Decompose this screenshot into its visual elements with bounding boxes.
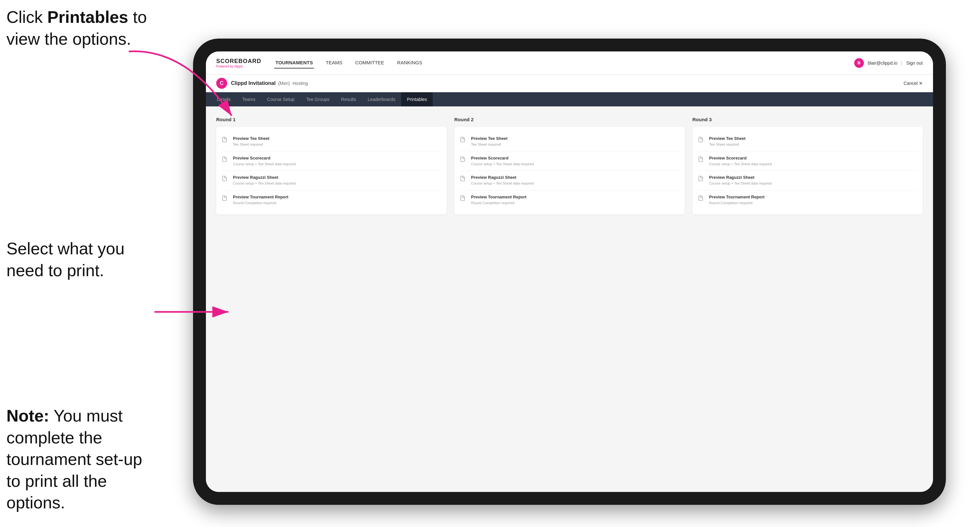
document-icon [221, 156, 229, 163]
document-icon [221, 175, 229, 183]
round-3-card: Preview Tee Sheet Tee Sheet required Pre… [692, 127, 923, 214]
app-nav-right: B blair@clippd.io | Sign out [854, 58, 923, 68]
round-2-card: Preview Tee Sheet Tee Sheet required Pre… [454, 127, 685, 214]
document-icon [697, 195, 705, 203]
tab-course-setup[interactable]: Course Setup [261, 92, 301, 106]
annotation-middle: Select what youneed to print. [6, 238, 124, 281]
round-2-label: Round 2 [454, 117, 685, 122]
r1-tee-sheet[interactable]: Preview Tee Sheet Tee Sheet required [221, 132, 441, 151]
r2-raguzzi-subtitle: Course setup + Tee Sheet data required [471, 181, 534, 186]
document-icon [697, 156, 705, 163]
r2-raguzzi[interactable]: Preview Raguzzi Sheet Course setup + Tee… [460, 171, 679, 190]
arrow-middle [148, 296, 238, 328]
document-icon [460, 175, 467, 183]
tab-results[interactable]: Results [335, 92, 362, 106]
cancel-button[interactable]: Cancel ✕ [904, 81, 923, 86]
tab-leaderboards[interactable]: Leaderboards [362, 92, 401, 106]
document-icon [460, 156, 467, 163]
annotation-printables-bold: Printables [47, 8, 128, 26]
document-icon [221, 137, 229, 144]
round-3-label: Round 3 [692, 117, 923, 122]
document-icon [697, 175, 705, 183]
r2-scorecard-subtitle: Course setup + Tee Sheet data required [471, 162, 534, 167]
r1-report-title: Preview Tournament Report [233, 194, 288, 200]
r1-report-subtitle: Round Completion required [233, 201, 288, 205]
document-icon [460, 195, 467, 203]
tournament-bracket: (Men) [278, 81, 290, 86]
tablet-screen: SCOREBOARD Powered by clippd TOURNAMENTS… [206, 51, 933, 492]
document-icon [460, 137, 467, 144]
r2-report-title: Preview Tournament Report [471, 194, 527, 200]
r1-raguzzi-title: Preview Raguzzi Sheet [233, 175, 296, 180]
round-1-label: Round 1 [216, 117, 447, 122]
r3-report-title: Preview Tournament Report [709, 194, 764, 200]
nav-link-teams[interactable]: TEAMS [324, 57, 344, 68]
r1-tournament-report[interactable]: Preview Tournament Report Round Completi… [221, 190, 441, 210]
tab-bar: Details Teams Course Setup Tee Groups Re… [206, 92, 933, 106]
r3-tee-sheet-title: Preview Tee Sheet [709, 136, 745, 141]
r2-tee-sheet-title: Preview Tee Sheet [471, 136, 508, 141]
document-icon [697, 137, 705, 144]
round-1-section: Round 1 Preview Tee Sheet Tee Sheet requ… [216, 117, 447, 214]
sign-out-link[interactable]: Sign out [906, 60, 923, 66]
r3-tee-sheet[interactable]: Preview Tee Sheet Tee Sheet required [697, 132, 918, 151]
annotation-top-text: Click Printables toview the options. [6, 8, 147, 48]
r2-tee-sheet[interactable]: Preview Tee Sheet Tee Sheet required [460, 132, 679, 151]
annotation-top: Click Printables toview the options. [6, 6, 147, 50]
r2-scorecard[interactable]: Preview Scorecard Course setup + Tee She… [460, 151, 679, 171]
nav-link-tournaments[interactable]: TOURNAMENTS [274, 57, 314, 68]
arrow-top [110, 45, 245, 135]
user-email: blair@clippd.io [868, 60, 897, 66]
app-navbar: SCOREBOARD Powered by clippd TOURNAMENTS… [206, 51, 933, 75]
r1-scorecard-title: Preview Scorecard [233, 155, 296, 161]
nav-link-committee[interactable]: COMMITTEE [354, 57, 385, 68]
r1-scorecard[interactable]: Preview Scorecard Course setup + Tee She… [221, 151, 441, 171]
r2-scorecard-title: Preview Scorecard [471, 155, 534, 161]
rounds-grid: Round 1 Preview Tee Sheet Tee Sheet requ… [216, 117, 923, 214]
r2-tournament-report[interactable]: Preview Tournament Report Round Completi… [460, 190, 679, 210]
r1-raguzzi-subtitle: Course setup + Tee Sheet data required [233, 181, 296, 186]
r3-scorecard[interactable]: Preview Scorecard Course setup + Tee She… [697, 151, 918, 171]
r1-raguzzi[interactable]: Preview Raguzzi Sheet Course setup + Tee… [221, 171, 441, 190]
r3-raguzzi-title: Preview Raguzzi Sheet [709, 175, 772, 180]
document-icon [221, 195, 229, 203]
r3-report-subtitle: Round Completion required [709, 201, 764, 205]
r3-tee-sheet-subtitle: Tee Sheet required [709, 142, 745, 147]
r3-tournament-report[interactable]: Preview Tournament Report Round Completi… [697, 190, 918, 210]
annotation-bottom-text: Note: You must complete the tournament s… [6, 406, 142, 512]
r2-raguzzi-title: Preview Raguzzi Sheet [471, 175, 534, 180]
annotation-middle-text: Select what youneed to print. [6, 239, 124, 280]
tournament-header: C Clippd Invitational (Men) Hosting Canc… [206, 75, 933, 92]
r3-scorecard-title: Preview Scorecard [709, 155, 772, 161]
r2-tee-sheet-subtitle: Tee Sheet required [471, 142, 508, 147]
main-content: Round 1 Preview Tee Sheet Tee Sheet requ… [206, 106, 933, 492]
round-3-section: Round 3 Preview Tee Sheet Tee Sheet requ… [692, 117, 923, 214]
r2-report-subtitle: Round Completion required [471, 201, 527, 205]
tablet-frame: SCOREBOARD Powered by clippd TOURNAMENTS… [193, 38, 946, 505]
tab-tee-groups[interactable]: Tee Groups [301, 92, 335, 106]
r1-tee-sheet-subtitle: Tee Sheet required [233, 142, 269, 147]
r3-raguzzi-subtitle: Course setup + Tee Sheet data required [709, 181, 772, 186]
annotation-bottom: Note: You must complete the tournament s… [6, 405, 148, 514]
round-1-card: Preview Tee Sheet Tee Sheet required Pre… [216, 127, 447, 214]
tournament-status: Hosting [293, 81, 307, 86]
app-nav-links: TOURNAMENTS TEAMS COMMITTEE RANKINGS [274, 57, 854, 68]
r1-scorecard-subtitle: Course setup + Tee Sheet data required [233, 162, 296, 167]
tab-printables[interactable]: Printables [401, 92, 433, 106]
user-avatar: B [854, 58, 864, 68]
nav-link-rankings[interactable]: RANKINGS [396, 57, 423, 68]
r3-raguzzi[interactable]: Preview Raguzzi Sheet Course setup + Tee… [697, 171, 918, 190]
r1-tee-sheet-title: Preview Tee Sheet [233, 136, 269, 141]
r3-scorecard-subtitle: Course setup + Tee Sheet data required [709, 162, 772, 167]
round-2-section: Round 2 Preview Tee Sheet Tee Sheet requ… [454, 117, 685, 214]
